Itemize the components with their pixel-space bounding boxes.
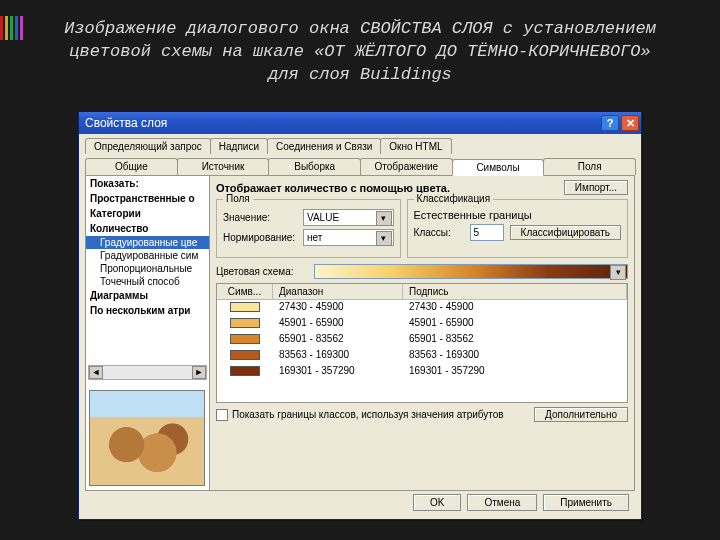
tab-body: Показать: Пространственные о Категории К… — [85, 175, 635, 491]
show-class-ranges-checkbox[interactable] — [216, 409, 228, 421]
col-label[interactable]: Подпись — [403, 284, 627, 299]
classes-spinner[interactable]: 5 — [470, 224, 504, 241]
symbology-panel: Отображает количество с помощью цвета. И… — [210, 176, 634, 490]
ok-button[interactable]: OK — [413, 494, 461, 511]
show-class-ranges-label: Показать границы классов, используя знач… — [232, 409, 530, 420]
table-row[interactable]: 27430 - 4590027430 - 45900 — [217, 300, 627, 316]
color-swatch[interactable] — [230, 334, 260, 344]
color-ramp-label: Цветовая схема: — [216, 266, 308, 277]
color-swatch[interactable] — [230, 302, 260, 312]
col-range[interactable]: Диапазон — [273, 284, 403, 299]
classification-method: Естественные границы — [414, 209, 621, 221]
show-graduated-symbols[interactable]: Градуированные сим — [86, 249, 209, 262]
show-graduated-colors[interactable]: Градуированные цве — [86, 236, 209, 249]
range-cell[interactable]: 65901 - 83562 — [273, 333, 403, 347]
table-row[interactable]: 65901 - 8356265901 - 83562 — [217, 332, 627, 348]
normalization-combo[interactable]: нет — [303, 229, 394, 246]
fields-group: Поля Значение: VALUE Нормирование: нет — [216, 199, 401, 258]
cancel-button[interactable]: Отмена — [467, 494, 537, 511]
tabs-row-2: Общие Источник Выборка Отображение Симво… — [79, 154, 641, 175]
tab-joins[interactable]: Соединения и Связи — [267, 138, 381, 154]
table-head: Симв... Диапазон Подпись — [217, 284, 627, 300]
fields-group-title: Поля — [223, 193, 253, 204]
color-swatch[interactable] — [230, 318, 260, 328]
tabs-row-1: Определяющий запрос Надписи Соединения и… — [79, 134, 641, 154]
color-swatch[interactable] — [230, 350, 260, 360]
tab-display[interactable]: Отображение — [360, 158, 453, 175]
import-button[interactable]: Импорт... — [564, 180, 628, 195]
show-features[interactable]: Пространственные о — [86, 191, 209, 206]
show-multiple-attrs[interactable]: По нескольким атри — [86, 303, 209, 318]
bar — [5, 16, 8, 40]
show-panel: Показать: Пространственные о Категории К… — [86, 176, 210, 490]
color-swatch[interactable] — [230, 366, 260, 376]
table-row[interactable]: 83563 - 16930083563 - 169300 — [217, 348, 627, 364]
bar — [15, 16, 18, 40]
tab-fields[interactable]: Поля — [543, 158, 636, 175]
scroll-left-icon[interactable]: ◄ — [89, 366, 103, 379]
layer-properties-dialog: Свойства слоя ? ✕ Определяющий запрос На… — [78, 112, 642, 520]
scroll-track[interactable] — [103, 366, 192, 379]
value-combo[interactable]: VALUE — [303, 209, 394, 226]
apply-button[interactable]: Применить — [543, 494, 629, 511]
table-row[interactable]: 45901 - 6590045901 - 65900 — [217, 316, 627, 332]
show-charts[interactable]: Диаграммы — [86, 288, 209, 303]
tab-definition-query[interactable]: Определяющий запрос — [85, 138, 211, 154]
left-scrollbar[interactable]: ◄ ► — [88, 365, 207, 380]
slide-side-bars — [0, 16, 23, 40]
titlebar[interactable]: Свойства слоя ? ✕ — [79, 112, 641, 134]
table-row[interactable]: 169301 - 357290169301 - 357290 — [217, 364, 627, 380]
tab-html-popup[interactable]: Окно HTML — [380, 138, 451, 154]
bar — [20, 16, 23, 40]
value-label: Значение: — [223, 212, 297, 223]
label-cell[interactable]: 169301 - 357290 — [403, 365, 627, 379]
range-cell[interactable]: 27430 - 45900 — [273, 301, 403, 315]
normalization-label: Нормирование: — [223, 232, 297, 243]
tab-selection[interactable]: Выборка — [268, 158, 361, 175]
classes-label: Классы: — [414, 227, 464, 238]
bar — [0, 16, 3, 40]
label-cell[interactable]: 65901 - 83562 — [403, 333, 627, 347]
tab-labels[interactable]: Надписи — [210, 138, 268, 154]
class-breaks-table[interactable]: Симв... Диапазон Подпись 27430 - 4590027… — [216, 283, 628, 403]
label-cell[interactable]: 83563 - 169300 — [403, 349, 627, 363]
tab-symbology[interactable]: Символы — [452, 159, 545, 176]
label-cell[interactable]: 27430 - 45900 — [403, 301, 627, 315]
show-quantities[interactable]: Количество — [86, 221, 209, 236]
classification-group-title: Классификация — [414, 193, 494, 204]
preview-map — [89, 390, 205, 486]
range-cell[interactable]: 83563 - 169300 — [273, 349, 403, 363]
label-cell[interactable]: 45901 - 65900 — [403, 317, 627, 331]
bar — [10, 16, 13, 40]
close-button[interactable]: ✕ — [621, 115, 639, 131]
slide-caption: Изображение диалогового окна СВОЙСТВА СЛ… — [0, 0, 720, 87]
show-categories[interactable]: Категории — [86, 206, 209, 221]
dialog-footer: OK Отмена Применить — [413, 494, 629, 511]
tab-general[interactable]: Общие — [85, 158, 178, 175]
help-button[interactable]: ? — [601, 115, 619, 131]
range-cell[interactable]: 45901 - 65900 — [273, 317, 403, 331]
classify-button[interactable]: Классифицировать — [510, 225, 621, 240]
dialog-title: Свойства слоя — [85, 116, 599, 130]
scroll-right-icon[interactable]: ► — [192, 366, 206, 379]
col-symbol[interactable]: Симв... — [217, 284, 273, 299]
panel-description: Отображает количество с помощью цвета. — [216, 182, 564, 194]
tab-source[interactable]: Источник — [177, 158, 270, 175]
range-cell[interactable]: 169301 - 357290 — [273, 365, 403, 379]
show-dot-density[interactable]: Точечный способ — [86, 275, 209, 288]
show-label: Показать: — [86, 176, 209, 191]
advanced-button[interactable]: Дополнительно — [534, 407, 628, 422]
show-proportional[interactable]: Пропорциональные — [86, 262, 209, 275]
color-ramp-combo[interactable] — [314, 264, 628, 279]
classification-group: Классификация Естественные границы Класс… — [407, 199, 628, 258]
